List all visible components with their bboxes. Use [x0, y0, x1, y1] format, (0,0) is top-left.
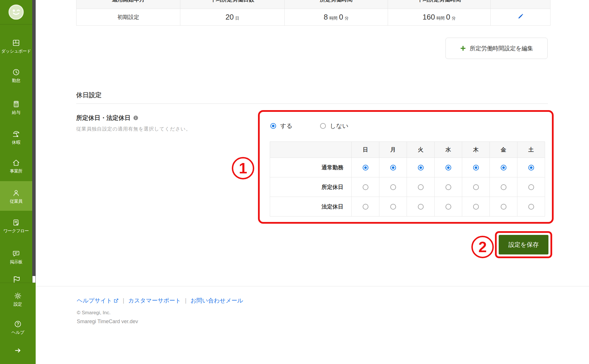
edit-work-hours-settings-button[interactable]: 所定労働時間設定を編集 [445, 38, 548, 59]
sidebar-bottom-panel: 設定 ヘルプ [0, 283, 36, 364]
sidebar-item-dashboard[interactable]: ダッシュボード [0, 39, 32, 54]
radio-apply-yes[interactable] [270, 123, 276, 129]
table-row: 初期設定 20 日 8 時間 0 分 160 時間 0 分 [77, 9, 550, 26]
radio-normal-fri[interactable] [501, 165, 506, 170]
save-settings-button[interactable]: 設定を保存 [499, 235, 548, 254]
sidebar-collapse-arrow-icon[interactable] [0, 347, 36, 355]
radio-legal-fri[interactable] [501, 204, 506, 210]
sidebar-scrollbar-thumb[interactable] [32, 276, 35, 283]
footer-divider [36, 286, 589, 286]
umbrella-icon [0, 130, 32, 139]
day-header: 金 [490, 142, 517, 158]
sidebar-divider [0, 24, 32, 24]
home-icon [0, 159, 32, 167]
separator: | [123, 297, 124, 304]
weekday-holiday-table: 日 月 火 水 木 金 土 通常勤務 所定休日 [270, 141, 545, 217]
radio-scheduled-sat[interactable] [528, 184, 534, 190]
avg-days-cell: 20 日 [180, 9, 285, 26]
avatar[interactable] [8, 4, 24, 20]
holiday-field-label-text: 所定休日・法定休日 [76, 114, 131, 122]
sidebar-item-payroll[interactable]: 給与 [0, 100, 32, 115]
empty-header [270, 142, 352, 158]
edit-cell [491, 9, 550, 26]
radio-normal-sun[interactable] [363, 165, 368, 170]
working-hours-cell: 8 時間 0 分 [285, 9, 388, 26]
radio-legal-thu[interactable] [473, 204, 479, 210]
sidebar-item-offices[interactable]: 事業所 [0, 159, 32, 174]
radio-scheduled-mon[interactable] [390, 184, 396, 190]
radio-apply-no[interactable] [320, 123, 326, 129]
dashboard-icon [0, 39, 32, 47]
radio-normal-thu[interactable] [473, 165, 479, 170]
radio-normal-sat[interactable] [528, 165, 534, 170]
version-text: Smaregi TimeCard ver.dev [77, 319, 138, 325]
customer-support-link[interactable]: カスタマーサポート [128, 297, 181, 304]
day-header: 木 [462, 142, 490, 158]
plus-icon [460, 45, 466, 51]
day-header: 火 [407, 142, 435, 158]
sidebar-item-employees[interactable]: 従業員 [0, 189, 32, 204]
sidebar-scrollbar[interactable] [32, 0, 36, 283]
sidebar-item-label: 設定 [0, 302, 36, 307]
column-header: 適用開始年月 [77, 0, 180, 9]
radio-scheduled-thu[interactable] [473, 184, 479, 190]
column-header: 所定労働時間 [285, 0, 388, 9]
radio-normal-tue[interactable] [418, 165, 424, 170]
sidebar-item-label: 休暇 [0, 140, 32, 145]
help-site-link[interactable]: ヘルプサイト [77, 297, 119, 304]
sidebar-item-label: ヘルプ [0, 330, 36, 335]
radio-scheduled-fri[interactable] [501, 184, 506, 190]
row-label: 通常勤務 [270, 158, 352, 177]
table-row-legal-holiday: 法定休日 [270, 197, 545, 217]
section-divider [76, 104, 548, 104]
column-header: 平均所定労働日数 [180, 0, 285, 9]
radio-legal-wed[interactable] [445, 204, 451, 210]
row-label: 所定休日 [270, 177, 352, 197]
link-label: ヘルプサイト [77, 297, 112, 304]
sidebar-item-label: ワークフロー [0, 228, 32, 234]
screen: ダッシュボード 勤怠 給与 [0, 0, 589, 364]
sidebar-item-help[interactable]: ヘルプ [0, 320, 36, 335]
radio-legal-mon[interactable] [390, 204, 396, 210]
column-header-empty [491, 0, 550, 9]
help-icon [0, 320, 36, 329]
radio-scheduled-tue[interactable] [418, 184, 424, 190]
radio-legal-tue[interactable] [418, 204, 424, 210]
sidebar-item-settings[interactable]: 設定 [0, 292, 36, 307]
sidebar-item-label: 勤怠 [0, 78, 32, 83]
separator: | [185, 297, 186, 304]
radio-scheduled-wed[interactable] [445, 184, 451, 190]
sidebar-item-workflow[interactable]: ワークフロー [0, 219, 32, 234]
holiday-section-title: 休日設定 [76, 91, 102, 99]
sidebar-item-board[interactable]: 掲示板 [0, 250, 32, 265]
table-row-normal-work: 通常勤務 [270, 158, 545, 177]
radio-normal-wed[interactable] [445, 165, 451, 170]
weekday-header-row: 日 月 火 水 木 金 土 [270, 142, 545, 158]
column-header: 平均所定労働時間 [388, 0, 491, 9]
radio-scheduled-sun[interactable] [363, 184, 368, 190]
radio-normal-mon[interactable] [390, 165, 396, 170]
edit-button-label: 所定労働時間設定を編集 [470, 45, 533, 52]
footer-links: ヘルプサイト | カスタマーサポート | お問い合わせメール [77, 297, 243, 304]
gear-icon [0, 292, 36, 300]
avg-working-hours-cell: 160 時間 0 分 [388, 9, 491, 26]
info-icon[interactable] [133, 115, 139, 121]
contact-mail-link[interactable]: お問い合わせメール [191, 297, 243, 304]
sidebar-item-leave[interactable]: 休暇 [0, 130, 32, 145]
edit-row-button[interactable] [517, 13, 524, 21]
row-label: 法定休日 [270, 197, 352, 217]
radio-legal-sun[interactable] [363, 204, 368, 210]
holiday-field-description: 従業員独自設定の適用有無を選択してください。 [76, 126, 191, 132]
external-link-icon [113, 298, 119, 303]
radio-label[interactable]: しない [330, 122, 348, 130]
sidebar-item-attendance[interactable]: 勤怠 [0, 68, 32, 83]
radio-legal-sat[interactable] [528, 204, 534, 210]
radio-label[interactable]: する [280, 122, 292, 130]
setting-name-cell: 初期設定 [77, 9, 180, 26]
sidebar-item-label: 掲示板 [0, 259, 32, 265]
table-row-scheduled-holiday: 所定休日 [270, 177, 545, 197]
holiday-field-label: 所定休日・法定休日 [76, 114, 139, 122]
day-header: 日 [352, 142, 379, 158]
clipboard-check-icon [0, 219, 32, 227]
day-header: 土 [517, 142, 545, 158]
